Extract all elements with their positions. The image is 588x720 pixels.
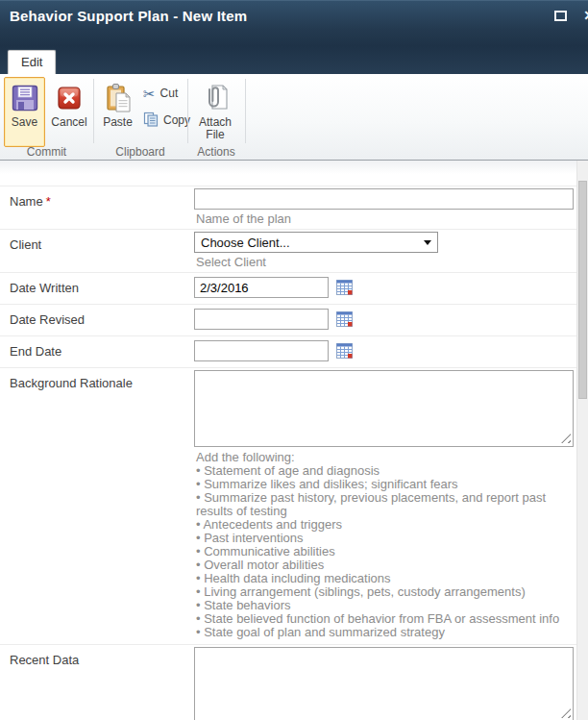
background-rationale-help: Add the following: • Statement of age an…	[194, 447, 574, 641]
vertical-scrollbar[interactable]	[576, 161, 588, 720]
client-select-value: Choose Client...	[201, 236, 290, 250]
group-label-commit: Commit	[0, 145, 93, 159]
help-bullet: • Health data including medications	[196, 572, 574, 585]
date-written-label: Date Written	[0, 273, 194, 304]
group-label-clipboard: Clipboard	[93, 145, 187, 159]
help-bullet: • Living arrangement (siblings, pets, cu…	[196, 585, 574, 599]
maximize-icon[interactable]	[554, 11, 567, 21]
cut-label: Cut	[160, 87, 179, 100]
help-bullet: • Overall motor abilities	[196, 559, 574, 572]
cancel-label: Cancel	[51, 116, 86, 129]
end-date-label: End Date	[0, 336, 194, 367]
cancel-button[interactable]: Cancel	[48, 77, 90, 147]
tab-edit[interactable]: Edit	[8, 50, 56, 74]
cancel-x-icon	[57, 81, 82, 115]
recent-data-label: Recent Data	[0, 645, 194, 720]
ribbon: Save Cancel	[0, 74, 588, 161]
client-description: Select Client	[194, 253, 574, 269]
form-scroll-area: Name* Name of the plan Client Choose Cli…	[0, 161, 588, 720]
form-row-date-revised: Date Revised	[0, 304, 576, 335]
form-row-date-written: Date Written	[0, 272, 576, 304]
date-revised-input[interactable]	[194, 309, 329, 330]
page-title: Behavior Support Plan - New Item	[10, 8, 247, 24]
chevron-down-icon	[424, 240, 431, 245]
group-divider	[245, 79, 246, 143]
form-row-client: Client Choose Client... Select Client	[0, 229, 576, 272]
copy-button[interactable]: Copy	[140, 110, 193, 131]
group-divider	[187, 79, 188, 143]
client-label: Client	[0, 230, 194, 272]
group-divider	[93, 79, 94, 143]
help-bullet: • Summarize past history, previous place…	[196, 491, 574, 518]
form-row-end-date: End Date	[0, 335, 576, 367]
group-label-actions: Actions	[187, 145, 245, 159]
help-bullet: • Summarize likes and dislikes; signific…	[196, 478, 574, 491]
help-bullet: • State behaviors	[196, 599, 574, 612]
background-rationale-textarea[interactable]	[194, 370, 574, 447]
name-description: Name of the plan	[194, 210, 574, 226]
date-written-input[interactable]	[194, 277, 329, 298]
help-bullet: • Antecedents and triggers	[196, 518, 574, 532]
background-rationale-label: Background Rationale	[0, 368, 194, 644]
form-row-background-rationale: Background Rationale Add the following: …	[0, 367, 576, 644]
close-icon[interactable]: ✕	[583, 8, 588, 23]
cut-button[interactable]: ✂ Cut	[140, 83, 181, 104]
paste-clipboard-icon	[104, 81, 133, 115]
dialog-titlebar: Behavior Support Plan - New Item ✕ Edit	[0, 0, 588, 74]
help-bullet: • State goal of plan and summarized stra…	[196, 626, 574, 639]
cut-scissors-icon: ✂	[143, 87, 156, 101]
end-date-calendar-icon[interactable]	[336, 343, 353, 359]
date-written-calendar-icon[interactable]	[336, 280, 353, 295]
copy-label: Copy	[163, 113, 190, 127]
scrollbar-thumb[interactable]	[578, 181, 587, 399]
end-date-input[interactable]	[194, 340, 329, 361]
help-bullet: • State believed function of behavior fr…	[196, 612, 574, 626]
help-bullet: • Statement of age and diagnosis	[196, 464, 574, 478]
help-bullet: • Past interventions	[196, 532, 574, 545]
copy-pages-icon	[143, 112, 159, 130]
client-select[interactable]: Choose Client...	[194, 232, 438, 253]
attach-file-label: Attach File	[192, 116, 238, 141]
required-asterisk: *	[46, 194, 51, 209]
help-bullet: • Communicative abilities	[196, 545, 574, 559]
form-row-recent-data: Recent Data	[0, 644, 576, 720]
save-button[interactable]: Save	[4, 77, 45, 147]
date-revised-calendar-icon[interactable]	[336, 311, 353, 327]
paste-button[interactable]: Paste	[97, 77, 138, 147]
name-label: Name*	[0, 186, 194, 229]
attach-file-button[interactable]: Attach File	[191, 77, 239, 147]
form-row-name: Name* Name of the plan	[0, 186, 576, 229]
save-label: Save	[12, 116, 37, 129]
name-input[interactable]	[194, 188, 574, 210]
date-revised-label: Date Revised	[0, 305, 194, 335]
new-item-form: Name* Name of the plan Client Choose Cli…	[0, 186, 576, 720]
save-floppy-icon	[11, 81, 39, 115]
paste-label: Paste	[103, 116, 133, 129]
attach-paperclip-icon	[202, 81, 229, 115]
recent-data-textarea[interactable]	[194, 647, 574, 720]
help-intro: Add the following:	[196, 451, 574, 464]
